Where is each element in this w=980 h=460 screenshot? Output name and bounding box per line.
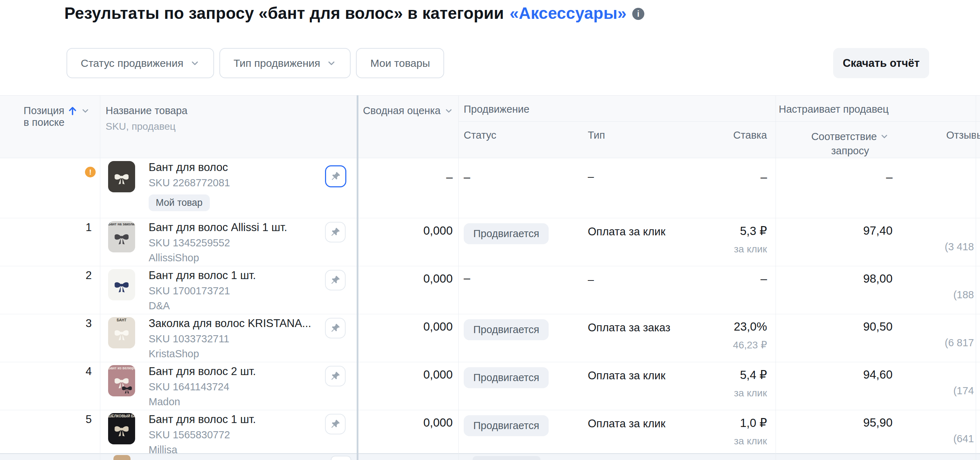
product-cell: Бант для волос 1 шт. SKU 1700173721 D&A — [100, 266, 358, 314]
product-seller: D&A — [149, 300, 256, 312]
status-cell: – — [459, 158, 583, 218]
relevance-value: 98,00 — [776, 266, 932, 314]
chevron-down-icon — [326, 58, 336, 68]
warning-icon[interactable]: ! — [85, 167, 95, 177]
pin-icon — [330, 275, 340, 285]
bid-value: 23,0% — [711, 320, 767, 333]
bid-value: 1,0 ₽ — [711, 416, 767, 430]
position-cell: ! — [0, 158, 100, 218]
product-image — [108, 161, 135, 192]
pin-button[interactable] — [325, 270, 346, 290]
product-image — [113, 455, 130, 460]
position-cell: 5 — [0, 410, 100, 456]
sort-relevance-header[interactable]: Соответствие запросу — [776, 122, 932, 158]
page-title: Результаты по запросу «бант для волос» в… — [64, 3, 644, 23]
product-image: ШЁЛКОВЫЙ БАНТ — [108, 413, 135, 444]
status-value: – — [464, 170, 470, 183]
status-badge: Продвигается — [464, 367, 549, 388]
bid-header: Ставка — [711, 122, 776, 158]
bid-unit: 46,23 ₽ — [711, 339, 767, 351]
product-seller: KristaShop — [149, 348, 311, 360]
pin-button[interactable] — [331, 456, 351, 460]
reviews-value: (188 — [932, 266, 976, 314]
promotion-status-filter[interactable]: Статус продвижения — [67, 48, 214, 78]
bow-graphic — [120, 382, 134, 396]
table-row: 2 Бант для волос 1 шт. SKU 1700173721 D&… — [0, 266, 980, 314]
promotion-group-header: Продвижение — [459, 96, 776, 122]
reviews-value: (641 — [932, 410, 976, 456]
summary-value: 0,000 — [358, 314, 459, 362]
product-image: Бант из велюра - набор — [108, 365, 135, 396]
product-name[interactable]: Бант для волос Allissi 1 шт. — [149, 221, 287, 234]
chevron-down-icon — [81, 106, 90, 116]
product-image-caption: БАНТ — [108, 318, 135, 322]
product-name[interactable]: Бант для волос 1 шт. — [149, 269, 256, 282]
product-sku: SKU 1700173721 — [149, 285, 256, 297]
my-products-filter-label: Мои товары — [370, 57, 430, 69]
status-cell: Продвигается — [459, 218, 583, 266]
info-icon[interactable]: i — [632, 8, 644, 20]
bid-cell: 5,4 ₽ за клик — [711, 362, 776, 410]
bid-cell: 23,0% 46,23 ₽ — [711, 314, 776, 362]
relevance-header-label2: запросу — [811, 143, 889, 158]
pin-button[interactable] — [325, 414, 346, 435]
product-name[interactable]: Бант для волос — [149, 161, 230, 174]
sort-summary-header[interactable]: Сводная оценка — [358, 96, 459, 158]
table-row: 1 Бант на заколке Бант для волос Allissi… — [0, 218, 980, 266]
chevron-down-icon — [444, 106, 453, 116]
relevance-value: – — [776, 158, 932, 218]
status-cell: – — [459, 266, 583, 314]
pin-icon — [330, 419, 340, 430]
bow-graphic — [112, 168, 131, 187]
pin-button[interactable] — [325, 318, 346, 338]
status-badge: Продвигается — [464, 223, 549, 244]
status-cell: Продвигается — [459, 410, 583, 456]
status-cell: Продвигается — [459, 314, 583, 362]
product-cell: БАНТ Заколка для волос KRISTANA... SKU 1… — [100, 314, 358, 362]
pin-button[interactable] — [325, 222, 346, 242]
download-report-button[interactable]: Скачать отчёт — [833, 48, 929, 78]
product-name[interactable]: Бант для волос 1 шт. — [149, 413, 256, 426]
reviews-header: Отзывы — [932, 122, 980, 158]
sort-position-header[interactable]: Позиция в поиске — [0, 96, 100, 158]
position-cell: 1 — [0, 218, 100, 266]
summary-value: – — [358, 158, 459, 218]
relevance-value: 95,90 — [776, 410, 932, 456]
status-badge: Продвигается — [464, 319, 549, 340]
partial-next-row — [0, 454, 980, 460]
bow-graphic — [112, 276, 131, 295]
relevance-header-label: Соответствие — [811, 129, 877, 143]
product-header-sublabel: SKU, продавец — [106, 121, 358, 132]
product-header: Название товара SKU, продавец — [100, 96, 358, 158]
filter-bar: Статус продвижения Тип продвижения Мои т… — [67, 48, 444, 78]
product-name[interactable]: Бант для волос 2 шт. — [149, 365, 256, 378]
chevron-down-icon — [880, 132, 889, 141]
bid-cell: 5,3 ₽ за клик — [711, 218, 776, 266]
position-header-label: Позиция — [24, 105, 64, 116]
status-value: – — [464, 271, 470, 284]
category-link[interactable]: «Аксессуары» — [509, 3, 627, 23]
product-image: Бант на заколке — [108, 221, 135, 252]
product-image: БАНТ — [108, 317, 135, 349]
pin-icon — [330, 371, 340, 382]
pin-button[interactable] — [325, 165, 346, 187]
product-seller: AllissiShop — [149, 252, 287, 264]
my-products-filter[interactable]: Мои товары — [356, 48, 444, 78]
position-cell: 4 — [0, 362, 100, 410]
promotion-type-filter[interactable]: Тип продвижения — [220, 48, 351, 78]
type-value: – — [583, 266, 711, 314]
product-image-caption: Бант на заколке — [108, 222, 135, 226]
product-sku: SKU 1345259552 — [149, 237, 287, 249]
status-cell: Продвигается — [459, 362, 583, 410]
bid-cell: – — [711, 266, 776, 314]
pin-button[interactable] — [325, 366, 346, 387]
table-row: 3 БАНТ Заколка для волос KRISTANA... SKU… — [0, 314, 980, 362]
pin-icon — [330, 171, 341, 181]
product-header-label: Название товара — [106, 105, 358, 116]
bid-cell: – — [711, 158, 776, 218]
pin-icon — [330, 323, 340, 333]
bid-unit: за клик — [711, 436, 767, 447]
status-badge — [473, 456, 541, 460]
product-name[interactable]: Заколка для волос KRISTANA... — [149, 317, 311, 330]
product-sku: SKU 1033732711 — [149, 333, 311, 345]
